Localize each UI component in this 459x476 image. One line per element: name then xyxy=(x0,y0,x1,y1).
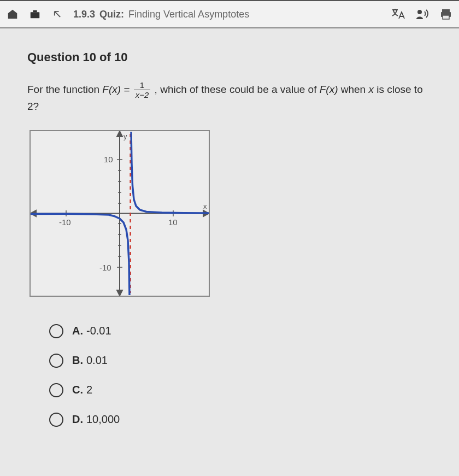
answer-option-d[interactable]: D.10,000 xyxy=(49,413,432,427)
answer-option-a[interactable]: A.-0.01 xyxy=(49,324,432,338)
q-middle2: when xyxy=(341,84,369,95)
question-heading: Question 10 of 10 xyxy=(27,50,432,64)
frac-numerator: 1 xyxy=(134,81,151,90)
radio-icon[interactable] xyxy=(49,354,63,368)
q-fraction: 1 x−2 xyxy=(134,81,151,99)
q-middle: , which of these could be a value of xyxy=(155,84,320,95)
svg-rect-5 xyxy=(443,15,449,19)
svg-text:x: x xyxy=(203,202,207,210)
svg-rect-3 xyxy=(442,9,450,12)
home-icon[interactable] xyxy=(7,8,19,20)
svg-marker-11 xyxy=(117,290,122,296)
svg-rect-0 xyxy=(31,12,40,18)
quiz-title: 1.9.3 Quiz: Finding Vertical Asymptotes xyxy=(73,9,249,20)
svg-text:y: y xyxy=(123,132,127,140)
answer-label: C.2 xyxy=(72,384,92,396)
q-var: x xyxy=(368,84,374,95)
briefcase-icon[interactable] xyxy=(28,8,42,20)
y-tick-pos: 10 xyxy=(104,155,113,164)
function-graph: y x 10 -10 10 -10 xyxy=(30,130,210,297)
answer-label: B.0.01 xyxy=(72,354,108,367)
answer-label: D.10,000 xyxy=(72,413,120,426)
quiz-number: 1.9.3 xyxy=(73,9,95,20)
page-header: 1.9.3 Quiz: Finding Vertical Asymptotes xyxy=(0,1,459,28)
translate-icon[interactable] xyxy=(391,8,405,21)
answer-option-c[interactable]: C.2 xyxy=(49,383,432,397)
x-tick-pos: 10 xyxy=(168,218,178,227)
answer-option-b[interactable]: B.0.01 xyxy=(49,354,432,368)
radio-icon[interactable] xyxy=(49,413,63,427)
radio-icon[interactable] xyxy=(49,383,63,397)
answer-list: A.-0.01 B.0.01 C.2 D.10,000 xyxy=(49,324,432,427)
x-tick-neg: -10 xyxy=(59,218,71,227)
q-prefix: For the function xyxy=(27,84,102,95)
frac-denominator: x−2 xyxy=(134,90,151,99)
question-content: Question 10 of 10 For the function F(x) … xyxy=(0,28,459,453)
svg-point-2 xyxy=(417,10,422,14)
quiz-name: Finding Vertical Asymptotes xyxy=(128,9,249,20)
q-func-lhs: F(x) = xyxy=(102,84,132,95)
read-aloud-icon[interactable] xyxy=(415,8,429,20)
svg-marker-10 xyxy=(117,131,122,137)
y-tick-neg: -10 xyxy=(99,263,111,272)
answer-label: A.-0.01 xyxy=(72,325,111,337)
print-icon[interactable] xyxy=(439,8,452,21)
quiz-kind: Quiz: xyxy=(99,9,124,20)
radio-icon[interactable] xyxy=(49,324,63,338)
q-func-name: F(x) xyxy=(320,84,338,95)
svg-rect-1 xyxy=(33,10,37,13)
question-text: For the function F(x) = 1 x−2 , which of… xyxy=(27,81,432,115)
back-arrow-icon[interactable] xyxy=(51,8,63,20)
